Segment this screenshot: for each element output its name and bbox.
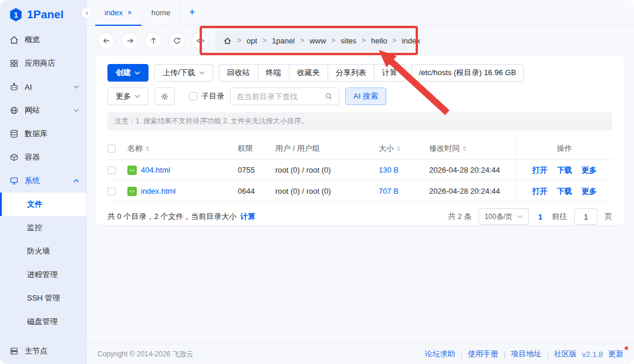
subdirectory-checkbox[interactable]: 子目录 [189, 91, 224, 102]
sidebar-collapse-button[interactable]: ‹ [81, 7, 93, 19]
view-toggle-button[interactable] [191, 32, 209, 49]
sidebar-item-container[interactable]: 容器 [0, 146, 86, 169]
sidebar-item-label: SSH 管理 [27, 293, 60, 304]
calculate-link[interactable]: 计算 [240, 211, 255, 222]
download-link[interactable]: 下载 [557, 165, 572, 176]
breadcrumb-separator: > [331, 36, 335, 45]
checkbox[interactable] [189, 92, 197, 100]
breadcrumb-segment[interactable]: sites [340, 36, 356, 45]
sidebar-item-database[interactable]: 数据库 [0, 122, 86, 146]
sort-icon[interactable] [397, 144, 400, 153]
file-table: 名称 权限 用户 / 用户组 大小 修改时间 操作 [107, 137, 612, 202]
file-size-link[interactable]: 130 B [379, 166, 399, 174]
sidebar-item-label: AI [25, 83, 32, 92]
breadcrumb-segment[interactable]: opt [247, 36, 257, 45]
breadcrumb-separator: > [300, 36, 304, 45]
file-permission: 0755 [238, 166, 275, 174]
table-row[interactable]: 404.html 0755 root (0) / root (0) 130 B … [107, 160, 612, 181]
breadcrumb-separator: > [262, 36, 267, 45]
header-modified[interactable]: 修改时间 [429, 143, 516, 154]
sidebar-item-main-node[interactable]: 主节点 [0, 338, 86, 364]
project-link[interactable]: 项目地址 [511, 349, 541, 359]
chevron-down-icon [517, 215, 523, 218]
footer-separator: | [460, 350, 462, 359]
sidebar-item-appstore[interactable]: 应用商店 [0, 52, 86, 75]
header-name[interactable]: 名称 [127, 143, 238, 154]
create-label: 创建 [116, 68, 131, 78]
tab-label: index [104, 8, 123, 17]
sidebar-item-label: 网站 [25, 105, 40, 116]
manual-link[interactable]: 使用手册 [468, 349, 498, 359]
sidebar-item-ai[interactable]: AI [0, 75, 86, 99]
file-name-link[interactable]: index.html [141, 187, 176, 196]
row-checkbox[interactable] [107, 166, 116, 174]
footer-links: 论坛求助 | 使用手册 | 项目地址 | 社区版 v2.1.8 更新 [424, 349, 623, 359]
settings-button[interactable] [154, 87, 175, 105]
goto-page-input[interactable] [574, 208, 598, 225]
select-all-checkbox[interactable] [107, 144, 116, 153]
logo[interactable]: 1 1Panel [0, 0, 86, 28]
monitor-icon [9, 176, 19, 186]
sidebar-subitem-monitoring[interactable]: 监控 [0, 216, 86, 240]
search-input[interactable] [237, 92, 321, 101]
sidebar-subitem-firewall[interactable]: 防火墙 [0, 240, 86, 263]
close-icon[interactable]: × [127, 8, 132, 17]
sidebar-item-label: 系统 [25, 176, 40, 186]
search-icon[interactable] [325, 92, 333, 100]
forward-button[interactable] [121, 32, 139, 49]
sidebar-subitem-files[interactable]: 文件 [0, 193, 86, 216]
breadcrumb-segment[interactable]: 1panel [272, 36, 295, 45]
ai-search-button[interactable]: AI 搜索 [345, 87, 386, 105]
sidebar-item-label: 概览 [25, 35, 40, 45]
sidebar-menu: 概览 应用商店 AI 网站 数据库 容器 [0, 28, 86, 338]
terminal-button[interactable]: 终端 [258, 64, 289, 82]
row-checkbox[interactable] [107, 187, 116, 196]
arrow-right-icon [126, 36, 134, 45]
chevron-down-icon [73, 85, 79, 89]
breadcrumb-segment[interactable]: index [402, 36, 420, 45]
sidebar-subitem-ssh[interactable]: SSH 管理 [0, 287, 86, 310]
update-link[interactable]: 更新 [608, 349, 623, 358]
page-number-1[interactable]: 1 [536, 213, 545, 221]
back-button[interactable] [97, 32, 115, 49]
file-manager-card: 创建 上传/下载 回收站 终端 收藏夹 分享列表 计算 /etc/hosts (… [96, 56, 624, 225]
file-size-link[interactable]: 707 B [379, 187, 399, 196]
create-button[interactable]: 创建 [107, 64, 149, 82]
sidebar-item-label: 数据库 [25, 129, 48, 139]
database-icon [9, 129, 19, 139]
chevron-down-icon [73, 109, 79, 112]
more-button[interactable]: 更多 [107, 87, 149, 105]
forum-help-link[interactable]: 论坛求助 [424, 349, 455, 359]
home-icon[interactable] [223, 36, 232, 45]
sidebar-subitem-disk[interactable]: 磁盘管理 [0, 310, 86, 333]
breadcrumb-segment[interactable]: hello [371, 36, 387, 45]
calculate-button[interactable]: 计算 [374, 64, 406, 82]
sidebar-subitem-process[interactable]: 进程管理 [0, 263, 86, 287]
sidebar-item-website[interactable]: 网站 [0, 99, 86, 122]
tab-index[interactable]: index × [95, 0, 142, 25]
download-link[interactable]: 下载 [557, 186, 572, 197]
page-size-select[interactable]: 100条/页 [478, 208, 528, 225]
refresh-button[interactable] [168, 32, 186, 49]
header-size[interactable]: 大小 [379, 143, 429, 154]
upload-download-button[interactable]: 上传/下载 [154, 64, 213, 82]
tab-home[interactable]: home [142, 0, 181, 25]
sort-icon[interactable] [463, 144, 466, 153]
up-directory-button[interactable] [144, 32, 162, 49]
sidebar-item-overview[interactable]: 概览 [0, 28, 86, 52]
file-modified: 2026-04-28 20:24:44 [429, 187, 516, 196]
share-list-button[interactable]: 分享列表 [328, 64, 375, 82]
table-row[interactable]: index.html 0644 root (0) / root (0) 707 … [107, 181, 612, 202]
sort-icon[interactable] [146, 144, 149, 153]
row-more-link[interactable]: 更多 [582, 165, 597, 176]
favorites-button[interactable]: 收藏夹 [289, 64, 328, 82]
row-more-link[interactable]: 更多 [582, 186, 597, 197]
add-tab-button[interactable]: + [180, 6, 204, 19]
sidebar-item-system[interactable]: 系统 [0, 169, 86, 193]
open-link[interactable]: 打开 [532, 186, 548, 197]
recycle-bin-button[interactable]: 回收站 [219, 64, 258, 82]
breadcrumb-segment[interactable]: www [309, 36, 326, 45]
main-area: index × home + > opt > 1panel > www [87, 0, 634, 364]
file-name-link[interactable]: 404.html [141, 166, 170, 174]
open-link[interactable]: 打开 [532, 165, 548, 176]
